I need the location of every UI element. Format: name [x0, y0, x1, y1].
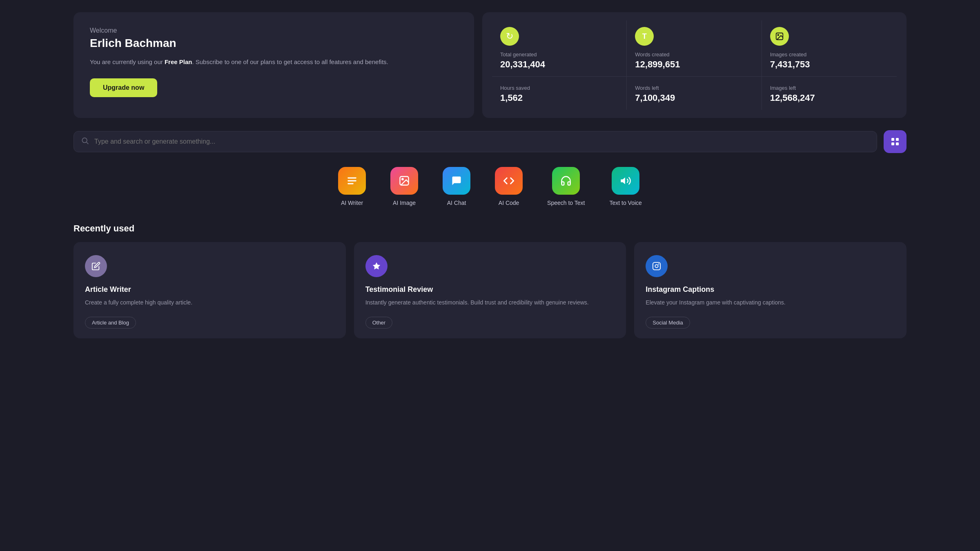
- svg-rect-7: [896, 142, 899, 145]
- tool-text-to-voice[interactable]: Text to Voice: [609, 167, 641, 206]
- tool-ai-code[interactable]: AI Code: [495, 167, 523, 206]
- svg-point-16: [655, 264, 658, 267]
- tool-ai-code-label: AI Code: [499, 200, 519, 206]
- tool-speech-to-text[interactable]: Speech to Text: [547, 167, 585, 206]
- grid-view-button[interactable]: [884, 130, 906, 153]
- tool-ai-writer-label: AI Writer: [341, 200, 363, 206]
- article-writer-title: Article Writer: [85, 285, 334, 294]
- stat-hours-saved: Hours saved 1,562: [492, 76, 627, 110]
- text-to-voice-icon: [612, 167, 639, 195]
- tool-ai-chat[interactable]: AI Chat: [443, 167, 470, 206]
- plan-label: Free Plan: [165, 58, 192, 65]
- svg-point-2: [82, 138, 87, 143]
- instagram-captions-desc: Elevate your Instagram game with captiva…: [646, 298, 895, 307]
- testimonial-review-card[interactable]: Testimonial Review Instantly generate au…: [354, 242, 626, 338]
- stats-card: ↻ Total generated 20,331,404 T Words cre…: [482, 12, 906, 118]
- recently-used-section: Recently used Article Writer Create a fu…: [74, 223, 906, 338]
- stat-value-4: 7,100,349: [635, 93, 753, 103]
- ai-chat-icon: [443, 167, 470, 195]
- svg-marker-14: [372, 262, 380, 269]
- article-writer-desc: Create a fully complete high quality art…: [85, 298, 334, 307]
- stat-label-5: Images left: [770, 85, 889, 91]
- article-writer-icon: [85, 255, 107, 277]
- stat-words-left: Words left 7,100,349: [627, 76, 762, 110]
- tool-ai-chat-label: AI Chat: [447, 200, 466, 206]
- welcome-label: Welcome: [90, 27, 458, 34]
- search-icon: [81, 137, 89, 147]
- tool-speech-to-text-label: Speech to Text: [547, 200, 585, 206]
- upgrade-button[interactable]: Upgrade now: [90, 78, 157, 97]
- stat-words-created: T Words created 12,899,651: [627, 20, 762, 76]
- words-created-icon: T: [635, 27, 654, 46]
- stat-value-2: 7,431,753: [770, 59, 889, 70]
- total-generated-icon: ↻: [500, 27, 519, 46]
- stat-value-3: 1,562: [500, 93, 618, 103]
- desc-suffix: . Subscribe to one of our plans to get a…: [192, 58, 388, 65]
- svg-rect-5: [896, 138, 899, 141]
- stat-images-created: Images created 7,431,753: [762, 20, 897, 76]
- search-section: [74, 130, 906, 153]
- instagram-captions-card[interactable]: Instagram Captions Elevate your Instagra…: [634, 242, 906, 338]
- svg-point-17: [659, 264, 659, 264]
- stat-label-2: Images created: [770, 51, 889, 58]
- article-writer-tag[interactable]: Article and Blog: [85, 317, 136, 329]
- stat-label-3: Hours saved: [500, 85, 618, 91]
- svg-point-1: [777, 34, 779, 36]
- stat-label-0: Total generated: [500, 51, 618, 58]
- svg-point-12: [402, 178, 403, 180]
- article-writer-card[interactable]: Article Writer Create a fully complete h…: [74, 242, 346, 338]
- testimonial-review-desc: Instantly generate authentic testimonial…: [365, 298, 615, 307]
- ai-code-icon: [495, 167, 523, 195]
- speech-to-text-icon: [552, 167, 580, 195]
- recently-used-cards: Article Writer Create a fully complete h…: [74, 242, 906, 338]
- search-input-wrap: [74, 131, 877, 152]
- testimonial-review-icon: [365, 255, 388, 277]
- search-input[interactable]: [74, 131, 877, 152]
- svg-rect-6: [891, 142, 894, 145]
- stat-value-1: 12,899,651: [635, 59, 753, 70]
- instagram-captions-icon: [646, 255, 668, 277]
- instagram-captions-title: Instagram Captions: [646, 285, 895, 294]
- desc-prefix: You are currently using our: [90, 58, 165, 65]
- recently-used-title: Recently used: [74, 223, 906, 234]
- tool-ai-writer[interactable]: AI Writer: [338, 167, 366, 206]
- stat-images-left: Images left 12,568,247: [762, 76, 897, 110]
- ai-image-icon: [390, 167, 418, 195]
- user-name: Erlich Bachman: [90, 37, 458, 50]
- images-created-icon: [770, 27, 789, 46]
- stat-label-1: Words created: [635, 51, 753, 58]
- welcome-desc: You are currently using our Free Plan. S…: [90, 57, 458, 67]
- stat-value-5: 12,568,247: [770, 93, 889, 103]
- tool-ai-image[interactable]: AI Image: [390, 167, 418, 206]
- svg-rect-15: [653, 262, 660, 270]
- svg-line-3: [87, 142, 89, 144]
- ai-writer-icon: [338, 167, 366, 195]
- stat-total-generated: ↻ Total generated 20,331,404: [492, 20, 627, 76]
- tool-text-to-voice-label: Text to Voice: [609, 200, 641, 206]
- testimonial-review-title: Testimonial Review: [365, 285, 615, 294]
- svg-rect-4: [891, 138, 894, 141]
- testimonial-review-tag[interactable]: Other: [365, 317, 393, 329]
- stat-label-4: Words left: [635, 85, 753, 91]
- instagram-captions-tag[interactable]: Social Media: [646, 317, 690, 329]
- stat-value-0: 20,331,404: [500, 59, 618, 70]
- tool-ai-image-label: AI Image: [393, 200, 416, 206]
- welcome-card: Welcome Erlich Bachman You are currently…: [74, 12, 474, 118]
- svg-marker-13: [621, 178, 626, 184]
- top-section: Welcome Erlich Bachman You are currently…: [74, 12, 906, 118]
- tools-row: AI Writer AI Image AI Chat AI Code: [74, 167, 906, 206]
